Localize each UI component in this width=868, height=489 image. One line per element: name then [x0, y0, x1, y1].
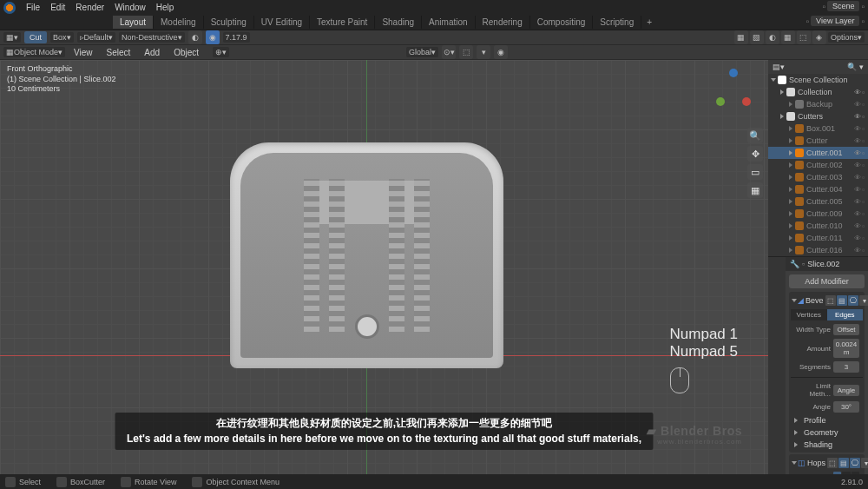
width-type-field[interactable]: Offset	[833, 324, 859, 335]
ortho-icon[interactable]: ▦	[747, 182, 763, 198]
expand-icon[interactable]	[794, 418, 798, 423]
mod-render-icon[interactable]: ▾	[861, 458, 868, 468]
render-icon[interactable]: ▫	[862, 247, 865, 254]
new-icon[interactable]: ▫	[861, 17, 865, 26]
tool-r1[interactable]: ▦	[734, 30, 748, 44]
default-dropdown[interactable]: ▹ Default ▾	[77, 32, 116, 43]
expand-icon[interactable]	[789, 175, 792, 180]
tab-compositing[interactable]: Compositing	[530, 16, 594, 29]
x-axis-dot[interactable]	[742, 97, 751, 106]
expand-icon[interactable]	[789, 187, 792, 192]
tab-modeling[interactable]: Modeling	[154, 16, 204, 29]
collapse-icon[interactable]	[792, 299, 797, 302]
outliner-item[interactable]: Cutter.009👁▫	[768, 208, 868, 220]
section-shading[interactable]: Shading	[791, 439, 863, 451]
mod-edit-icon[interactable]: ▤	[837, 295, 847, 306]
snap-drop-icon[interactable]: ▾	[477, 45, 490, 59]
mode-select[interactable]: ▦ Object Mode ▾	[3, 47, 65, 57]
render-icon[interactable]: ▫	[862, 149, 865, 157]
nav-gizmo[interactable]	[716, 84, 751, 119]
destructive-dropdown[interactable]: Non-Destructive ▾	[119, 32, 185, 43]
section-geometry[interactable]: Geometry	[791, 426, 863, 439]
pivot-icon[interactable]: ⊙▾	[442, 45, 456, 59]
menu-edit[interactable]: Edit	[45, 1, 70, 14]
tab-animation[interactable]: Animation	[422, 16, 475, 29]
add-menu[interactable]: Add	[139, 46, 165, 59]
section-profile[interactable]: Profile	[791, 414, 863, 426]
outliner-item[interactable]: Box.001👁▫	[768, 122, 868, 135]
hide-icon[interactable]: 👁	[854, 174, 861, 182]
add-modifier-button[interactable]: Add Modifier	[789, 274, 865, 288]
render-icon[interactable]: ▫	[862, 113, 865, 121]
expand-icon[interactable]	[794, 430, 798, 435]
select-menu[interactable]: Select	[102, 46, 136, 59]
angle-field[interactable]: 30°	[833, 401, 859, 413]
zoom-icon[interactable]: 🔍	[747, 128, 763, 143]
edges-tab[interactable]: Edges	[827, 309, 864, 320]
hide-icon[interactable]: 👁	[854, 222, 861, 230]
tool-r5[interactable]: ⬚	[797, 30, 811, 44]
amount-field[interactable]: 0.0024 m	[833, 339, 859, 358]
add-tab-button[interactable]: +	[641, 16, 657, 29]
z-axis-dot[interactable]	[729, 69, 738, 77]
expand-icon[interactable]	[780, 89, 784, 95]
render-icon[interactable]: ▫	[862, 174, 865, 182]
limit-field[interactable]: Angle	[833, 385, 859, 396]
mod-edit-icon[interactable]: ▤	[838, 458, 849, 468]
editor-dropdown[interactable]: ▦▾	[3, 32, 21, 43]
tb-icon-1[interactable]: ◐	[188, 30, 202, 44]
tab-rendering[interactable]: Rendering	[476, 16, 530, 29]
render-icon[interactable]: ▫	[862, 101, 865, 109]
mod-cage-icon[interactable]: ⬚	[827, 458, 838, 468]
hide-icon[interactable]: 👁	[854, 210, 861, 218]
hide-icon[interactable]: 👁	[854, 125, 861, 133]
expand-icon[interactable]	[789, 223, 792, 228]
expand-icon[interactable]	[794, 442, 798, 447]
outliner-item[interactable]: Cutter.003👁▫	[768, 171, 868, 183]
outliner-root[interactable]: Scene Collection	[768, 74, 868, 86]
search-icon[interactable]: 🔍	[847, 63, 857, 71]
object-menu[interactable]: Object	[168, 46, 204, 59]
tool-r4[interactable]: ▦	[781, 30, 795, 44]
orient-select[interactable]: ⊕▾	[213, 47, 229, 57]
menu-window[interactable]: Window	[109, 1, 151, 14]
menu-help[interactable]: Help	[151, 1, 180, 14]
vertices-tab[interactable]: Vertices	[791, 309, 827, 320]
viewlayer-field[interactable]: View Layer	[811, 16, 859, 26]
outliner-item[interactable]: Cutter.016👁▫	[768, 244, 868, 256]
outliner-item[interactable]: Cutters👁▫	[768, 110, 868, 122]
expand-icon[interactable]	[789, 162, 792, 168]
cut-button[interactable]: Cut	[24, 31, 47, 43]
3d-viewport[interactable]: Front Orthographic (1) Scene Collection …	[0, 60, 768, 489]
hide-icon[interactable]: 👁	[854, 235, 861, 242]
mod-render-icon[interactable]: ▾	[859, 295, 868, 306]
tb-icon-2[interactable]: ◉	[206, 30, 220, 44]
hide-icon[interactable]: 👁	[854, 101, 861, 109]
segments-field[interactable]: 3	[833, 361, 859, 373]
expand-icon[interactable]	[789, 102, 792, 107]
hide-icon[interactable]: 👁	[854, 162, 861, 169]
hide-icon[interactable]: 👁	[854, 113, 861, 121]
render-icon[interactable]: ▫	[862, 210, 865, 218]
menu-file[interactable]: File	[21, 1, 45, 14]
tool-r6[interactable]: ◈	[812, 30, 826, 44]
mod-realtime-icon[interactable]: 🖵	[848, 295, 858, 306]
mod-cage-icon[interactable]: ⬚	[825, 295, 836, 306]
tab-shading[interactable]: Shading	[375, 16, 422, 29]
render-icon[interactable]: ▫	[862, 89, 865, 96]
render-icon[interactable]: ▫	[862, 198, 865, 206]
expand-icon[interactable]	[789, 126, 792, 131]
collapse-icon[interactable]	[792, 461, 797, 465]
proportional-icon[interactable]: ◉	[494, 45, 508, 59]
hide-icon[interactable]: 👁	[854, 149, 861, 157]
tab-scripting[interactable]: Scripting	[593, 16, 641, 29]
tool-r3[interactable]: ◐	[766, 30, 779, 44]
move-icon[interactable]: ✥	[747, 146, 763, 162]
render-icon[interactable]: ▫	[862, 162, 865, 169]
tab-layout[interactable]: Layout	[113, 16, 154, 29]
outliner-item[interactable]: Collection👁▫	[768, 86, 868, 98]
hide-icon[interactable]: 👁	[854, 198, 861, 206]
outliner-item[interactable]: Backup👁▫	[768, 98, 868, 110]
outliner-item[interactable]: Cutter.001👁▫	[768, 147, 868, 159]
expand-icon[interactable]	[789, 248, 792, 253]
